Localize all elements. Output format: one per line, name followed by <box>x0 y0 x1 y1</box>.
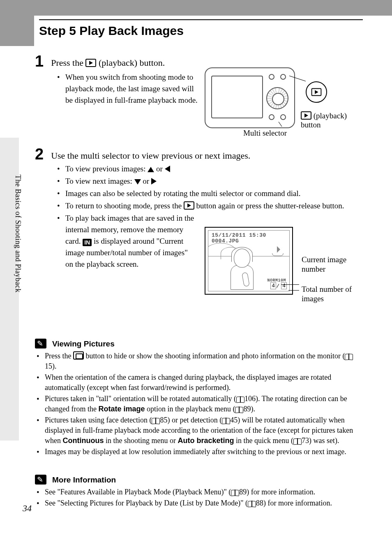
multi-selector-dial <box>266 87 288 109</box>
header-rule <box>39 19 363 20</box>
callout-line <box>281 284 299 285</box>
playback-label-text-2: button <box>301 120 321 129</box>
more-bullet-2: See "Selecting Pictures for Playback by … <box>35 498 364 508</box>
multi-selector-label: Multi selector <box>243 129 287 138</box>
step-1-heading: Press the (playback) button. <box>51 58 165 68</box>
page-ref: 106 <box>244 395 256 403</box>
playback-label-text-1: (playback) <box>314 111 347 120</box>
step-1-number: 1 <box>35 53 44 70</box>
lcd-total-number: 4 <box>281 282 287 289</box>
viewing-bullet-5: Images may be displayed at low resolutio… <box>35 447 364 457</box>
book-icon <box>152 417 160 423</box>
bold-text: Rotate image <box>98 405 145 413</box>
playback-icon <box>311 88 322 96</box>
left-arrow-icon <box>165 166 170 172</box>
text: To return to shooting mode, press the <box>65 201 184 210</box>
camera-body <box>205 67 295 128</box>
up-arrow-icon <box>148 167 154 172</box>
text: To view previous images: <box>65 164 148 173</box>
lcd-slash: / <box>276 283 279 289</box>
right-arrow-icon <box>151 178 157 185</box>
page-number: 34 <box>23 503 32 514</box>
step-2-bullet-1: To view previous images: or <box>55 163 356 175</box>
step-2-number: 2 <box>35 145 44 163</box>
page-title: Step 5 Play Back Images <box>39 24 184 38</box>
down-arrow-icon <box>134 179 141 185</box>
lcd-inner: 15/11/2011 15:30 0004.JPG NORM10M 4 / 4 <box>208 230 290 291</box>
camera-button-dot <box>269 74 274 80</box>
text: or <box>156 164 165 173</box>
text: See "Features Available in Playback Mode… <box>45 488 231 496</box>
text: button to hide or show the shooting info… <box>86 352 345 360</box>
bold-text: Auto bracketing <box>178 436 234 445</box>
more-bullet-1: See "Features Available in Playback Mode… <box>35 487 364 497</box>
page-ref: 85 <box>160 416 167 424</box>
text: See "Selecting Pictures for Playback by … <box>45 499 248 507</box>
text: ). <box>52 362 57 370</box>
playback-icon <box>85 59 96 67</box>
text: in the shooting menu or <box>104 436 178 445</box>
boat-shape <box>275 253 280 261</box>
step-2-bullet-3: Images can also be selected by rotating … <box>55 188 356 199</box>
playback-icon <box>301 111 311 120</box>
bold-text: Continuous <box>63 436 104 445</box>
page-ref: 45 <box>230 416 238 424</box>
step-2: 2 Use the multi selector to view previou… <box>35 145 250 163</box>
internal-memory-icon: IN <box>83 239 92 246</box>
book-icon <box>293 438 302 444</box>
page-ref: 15 <box>45 362 52 370</box>
person-body <box>231 265 254 290</box>
text: or <box>143 177 151 185</box>
lcd-date: 15/11/2011 15:30 <box>212 232 266 238</box>
text: Pictures taken in "tall" orientation wil… <box>45 395 236 403</box>
playback-button-label: (playback) button <box>301 111 347 129</box>
person-head <box>234 249 250 268</box>
book-icon <box>248 500 256 506</box>
viewing-bullet-1: Press the button to hide or show the sho… <box>35 351 364 372</box>
text: ) for more information. <box>247 488 315 496</box>
current-image-number-label: Current image number <box>302 255 359 274</box>
note-icon <box>35 339 46 348</box>
step-1-heading-post: (playback) button. <box>99 58 165 68</box>
lcd-filename: 0004.JPG <box>212 238 239 244</box>
lcd-current-number: 4 <box>270 282 276 289</box>
lcd-figure: 15/11/2011 15:30 0004.JPG NORM10M 4 / 4 <box>205 227 293 295</box>
camera-screen <box>211 76 263 118</box>
step-2-bullet-2: To view next images: or <box>55 175 356 187</box>
camera-button-dot <box>280 114 286 120</box>
total-number-label: Total number of images <box>302 284 363 303</box>
text: Pictures taken using face detection ( <box>45 416 152 424</box>
step-2-heading: Use the multi selector to view previous … <box>51 150 250 161</box>
page-ref: 89 <box>243 405 251 413</box>
viewing-bullets: Press the button to hide or show the sho… <box>35 351 364 458</box>
text: option in the playback menu ( <box>145 405 235 413</box>
text: To view next images: <box>65 177 134 185</box>
text: ) for more information. <box>263 499 332 507</box>
more-section-header: More Information <box>35 475 116 485</box>
more-bullets: See "Features Available in Playback Mode… <box>35 487 364 509</box>
note-icon <box>35 475 46 485</box>
step-1: 1 Press the (playback) button. <box>35 53 165 70</box>
step-1-heading-pre: Press the <box>51 58 85 68</box>
step-1-bullet-1: When you switch from shooting mode to pl… <box>55 72 199 106</box>
book-icon <box>235 406 243 412</box>
person-shape <box>234 249 250 268</box>
text: Press the <box>45 352 73 360</box>
viewing-section-header: Viewing Pictures <box>35 339 115 348</box>
viewing-bullet-4: Pictures taken using face detection (85)… <box>35 415 364 446</box>
page-ref: 88 <box>256 499 263 507</box>
book-icon <box>231 489 239 495</box>
page-ref: 73 <box>302 436 309 445</box>
text: ) or pet detection ( <box>167 416 222 424</box>
viewing-title: Viewing Pictures <box>52 339 115 348</box>
display-icon <box>73 351 84 360</box>
step-2-bullet-4: To return to shooting mode, press the bu… <box>55 200 351 212</box>
viewing-bullet-3: Pictures taken in "tall" orientation wil… <box>35 394 364 414</box>
text: in the quick menu ( <box>234 436 293 445</box>
text: ). <box>251 405 255 413</box>
book-icon <box>222 417 230 423</box>
playback-button-callout <box>306 81 327 103</box>
viewing-bullet-2: When the orientation of the camera is ch… <box>35 372 364 393</box>
book-icon <box>345 353 353 359</box>
camera-button-dot <box>269 114 274 120</box>
